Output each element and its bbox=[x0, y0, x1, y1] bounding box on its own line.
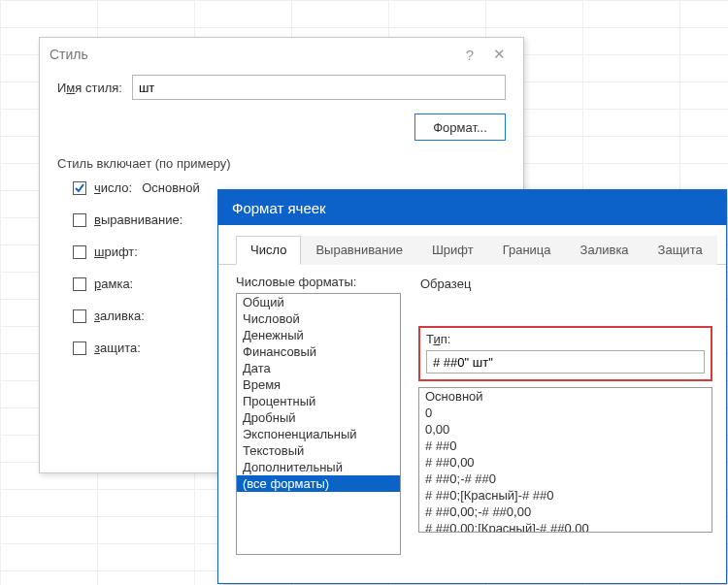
list-item[interactable]: Дата bbox=[237, 360, 400, 376]
list-item[interactable]: (все форматы) bbox=[237, 475, 400, 492]
style-includes-header: Стиль включает (по примеру) bbox=[57, 156, 506, 171]
style-name-label: Имя стиля: bbox=[57, 81, 122, 95]
list-item[interactable]: # ##0;-# ##0 bbox=[419, 471, 711, 487]
list-item[interactable]: # ##0,00 bbox=[419, 454, 711, 471]
list-item[interactable]: Дробный bbox=[237, 409, 400, 426]
type-label: Тип: bbox=[426, 332, 705, 346]
close-icon[interactable]: ✕ bbox=[484, 46, 513, 63]
tab-заливка[interactable]: Заливка bbox=[566, 236, 644, 265]
format-strings-listbox[interactable]: Основной00,00# ##0# ##0,00# ##0;-# ##0# … bbox=[418, 387, 712, 533]
list-item[interactable]: Дополнительный bbox=[237, 459, 400, 475]
list-item[interactable]: Основной bbox=[419, 388, 711, 405]
help-icon[interactable]: ? bbox=[455, 47, 484, 63]
checkbox-label: рамка: bbox=[94, 276, 133, 291]
format-cells-titlebar[interactable]: Формат ячеек bbox=[218, 190, 726, 225]
sample-label: Образец bbox=[420, 276, 712, 291]
list-item[interactable]: # ##0,00;-# ##0,00 bbox=[419, 504, 711, 520]
checkbox-label: заливка: bbox=[94, 309, 145, 323]
checkbox-icon[interactable] bbox=[73, 309, 86, 323]
list-item[interactable]: 0,00 bbox=[419, 421, 711, 438]
number-categories-listbox[interactable]: ОбщийЧисловойДенежныйФинансовыйДатаВремя… bbox=[236, 293, 401, 555]
checkbox-icon[interactable] bbox=[73, 277, 86, 291]
checkbox-icon[interactable] bbox=[73, 213, 86, 227]
style-name-input[interactable] bbox=[132, 75, 506, 100]
checkbox-value: Основной bbox=[142, 180, 200, 195]
tab-шрифт[interactable]: Шрифт bbox=[417, 236, 488, 265]
tab-защита[interactable]: Защита bbox=[644, 236, 717, 265]
list-item[interactable]: Текстовый bbox=[237, 442, 400, 459]
checkbox-label: выравнивание: bbox=[94, 212, 182, 227]
list-item[interactable]: Денежный bbox=[237, 327, 400, 343]
list-item[interactable]: Время bbox=[237, 376, 400, 393]
checkbox-label: шрифт: bbox=[94, 244, 138, 259]
tab-выравнивание[interactable]: Выравнивание bbox=[301, 236, 416, 265]
checkbox-label: число: bbox=[94, 180, 132, 195]
list-item[interactable]: 0 bbox=[419, 405, 711, 421]
checkbox-icon[interactable] bbox=[73, 181, 86, 195]
list-item[interactable]: # ##0 bbox=[419, 438, 711, 454]
type-input[interactable] bbox=[426, 350, 705, 374]
list-item[interactable]: Общий bbox=[237, 294, 400, 310]
tab-граница[interactable]: Граница bbox=[488, 236, 566, 265]
style-dialog-titlebar[interactable]: Стиль ? ✕ bbox=[40, 38, 523, 71]
type-highlight-box: Тип: bbox=[418, 326, 712, 381]
format-button[interactable]: Формат... bbox=[414, 114, 506, 141]
format-cells-dialog: Формат ячеек ЧислоВыравниваниеШрифтГрани… bbox=[217, 189, 727, 584]
checkbox-icon[interactable] bbox=[73, 341, 86, 355]
format-cells-tabs: ЧислоВыравниваниеШрифтГраницаЗаливкаЗащи… bbox=[218, 225, 726, 265]
list-item[interactable]: Числовой bbox=[237, 310, 400, 327]
categories-label: Числовые форматы: bbox=[236, 275, 401, 289]
list-item[interactable]: # ##0,00;[Красный]-# ##0,00 bbox=[419, 520, 711, 533]
list-item[interactable]: # ##0;[Красный]-# ##0 bbox=[419, 487, 711, 504]
list-item[interactable]: Экспоненциальный bbox=[237, 426, 400, 442]
list-item[interactable]: Процентный bbox=[237, 393, 400, 409]
tab-число[interactable]: Число bbox=[236, 236, 301, 265]
format-cells-title: Формат ячеек bbox=[232, 200, 326, 216]
style-dialog-title: Стиль bbox=[50, 47, 455, 62]
checkbox-label: защита: bbox=[94, 341, 141, 355]
checkbox-icon[interactable] bbox=[73, 245, 86, 259]
list-item[interactable]: Финансовый bbox=[237, 343, 400, 360]
